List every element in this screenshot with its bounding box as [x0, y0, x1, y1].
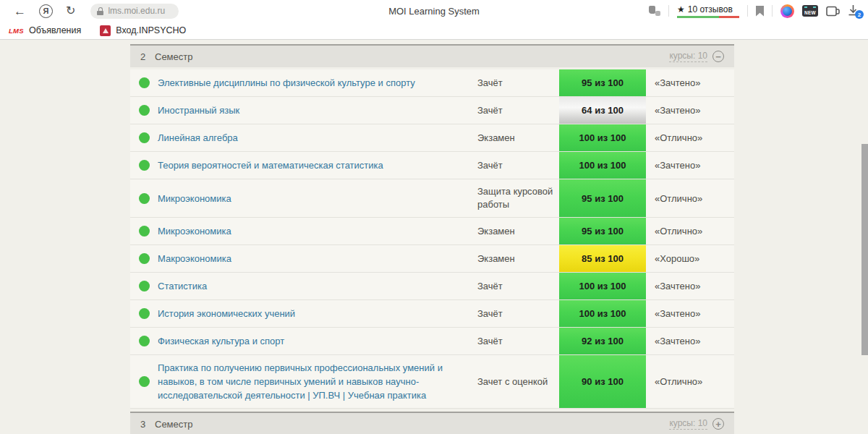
- score-cell: 92 из 100: [559, 328, 646, 354]
- score-cell: 100 из 100: [559, 152, 646, 179]
- course-row: Элективные дисциплины по физической куль…: [130, 69, 734, 97]
- reviews-widget[interactable]: ★ 10 отзывов: [677, 4, 739, 18]
- assessment-type: Зачет с оценкой: [477, 355, 559, 408]
- semester-label: Семестр: [155, 51, 192, 62]
- course-link[interactable]: История экономических учений: [158, 300, 477, 327]
- collapse-semester-button[interactable]: −: [712, 51, 724, 62]
- course-status-cell: [130, 124, 158, 151]
- course-link[interactable]: Микроэкономика: [158, 179, 477, 217]
- downloads-icon[interactable]: 2: [848, 4, 859, 17]
- course-link[interactable]: Статистика: [158, 273, 477, 299]
- refresh-icon[interactable]: ↻: [66, 5, 75, 17]
- grade-text: «Зачтено»: [646, 69, 734, 96]
- status-dot-icon: [139, 193, 150, 204]
- score-cell: 95 из 100: [559, 69, 646, 96]
- assessment-type: Экзамен: [477, 245, 559, 272]
- course-link[interactable]: Элективные дисциплины по физической куль…: [158, 69, 477, 96]
- divider: [772, 5, 773, 17]
- downloads-count-badge: 2: [855, 10, 864, 19]
- protect-icon[interactable]: [649, 6, 660, 16]
- tableau-icon[interactable]: [826, 5, 840, 17]
- semester-label: Семестр: [155, 419, 192, 430]
- bookmark-label: Объявления: [29, 25, 81, 35]
- course-link[interactable]: Иностранный язык: [158, 97, 477, 124]
- back-icon[interactable]: ←: [14, 5, 26, 17]
- assessment-type: Экзамен: [477, 218, 559, 244]
- bookmark-flag-icon[interactable]: [756, 6, 764, 17]
- reviews-label: 10 отзывов: [688, 4, 733, 14]
- status-dot-icon: [139, 336, 150, 346]
- divider: [747, 5, 748, 17]
- assessment-type: Зачёт: [477, 273, 559, 299]
- grades-table: 2 Семестр курсы: 10 − Элективные дисципл…: [130, 44, 734, 434]
- course-status-cell: [130, 218, 158, 244]
- score-cell: 95 из 100: [559, 179, 646, 217]
- yandex-logo-icon[interactable]: Я: [39, 4, 53, 18]
- page-content: 2 Семестр курсы: 10 − Элективные дисципл…: [0, 40, 868, 434]
- address-bar[interactable]: lms.moi.edu.ru: [90, 4, 179, 19]
- reviews-rating-bar: [677, 16, 739, 18]
- semester-3-header: 3 Семестр курсы: 10 +: [130, 412, 734, 434]
- status-dot-icon: [139, 253, 150, 264]
- status-dot-icon: [139, 160, 150, 171]
- score-cell: 64 из 100: [559, 97, 646, 124]
- assessment-type: Защита курсовой работы: [477, 179, 559, 217]
- course-row: Микроэкономика Защита курсовой работы 95…: [130, 179, 734, 218]
- status-dot-icon: [139, 376, 150, 387]
- course-status-cell: [130, 328, 158, 354]
- course-link[interactable]: Линейная алгебра: [158, 124, 477, 151]
- score-cell: 95 из 100: [559, 218, 646, 244]
- course-link[interactable]: Макроэкономика: [158, 245, 477, 272]
- score-cell: 85 из 100: [559, 245, 646, 272]
- assessment-type: Зачёт: [477, 152, 559, 179]
- courses-count-link[interactable]: курсы: 10: [669, 418, 707, 430]
- grade-text: «Отлично»: [646, 179, 734, 217]
- extension-orb-icon[interactable]: [780, 4, 794, 18]
- course-row: Микроэкономика Экзамен 95 из 100 «Отличн…: [130, 218, 734, 245]
- course-row: Статистика Зачёт 100 из 100 «Зачтено»: [130, 273, 734, 300]
- assessment-type: Экзамен: [477, 124, 559, 151]
- lms-favicon: LMS: [9, 27, 24, 35]
- course-status-cell: [130, 300, 158, 327]
- bookmark-inpsycho-login[interactable]: Вход.INPSYCHO: [100, 25, 186, 36]
- status-dot-icon: [139, 308, 150, 319]
- browser-toolbar: ← Я ↻ lms.moi.edu.ru MOI Learning System…: [0, 0, 868, 22]
- grade-text: «Зачтено»: [646, 152, 734, 179]
- assessment-type: Зачёт: [477, 328, 559, 354]
- grade-text: «Хорошо»: [646, 245, 734, 272]
- grade-text: «Отлично»: [646, 218, 734, 244]
- course-link[interactable]: Физическая культура и спорт: [158, 328, 477, 354]
- course-status-cell: [130, 179, 158, 217]
- semester-number: 3: [140, 419, 155, 430]
- bookmark-label: Вход.INPSYCHO: [116, 25, 186, 35]
- status-dot-icon: [139, 77, 150, 88]
- course-row: Физическая культура и спорт Зачёт 92 из …: [130, 328, 734, 355]
- lock-icon: [97, 7, 103, 15]
- course-status-cell: [130, 245, 158, 272]
- courses-count-link[interactable]: курсы: 10: [669, 51, 707, 62]
- grade-text: «Зачтено»: [646, 300, 734, 327]
- url-text: lms.moi.edu.ru: [108, 6, 165, 16]
- assessment-type: Зачёт: [477, 69, 559, 96]
- course-row: Практика по получению первичных професси…: [130, 355, 734, 409]
- score-cell: 100 из 100: [559, 124, 646, 151]
- bookmarks-bar: LMS Объявления Вход.INPSYCHO: [0, 22, 868, 40]
- course-link[interactable]: Теория вероятностей и математическая ста…: [158, 152, 477, 179]
- course-status-cell: [130, 152, 158, 179]
- course-link[interactable]: Микроэкономика: [158, 218, 477, 244]
- new-badge-label: NEW: [804, 11, 816, 16]
- grade-text: «Зачтено»: [646, 273, 734, 299]
- star-icon: ★: [677, 4, 685, 14]
- course-row: Иностранный язык Зачёт 64 из 100 «Зачтен…: [130, 97, 734, 124]
- status-dot-icon: [139, 105, 150, 116]
- status-dot-icon: [139, 132, 150, 143]
- semester-2-header: 2 Семестр курсы: 10 −: [130, 44, 734, 67]
- expand-semester-button[interactable]: +: [712, 418, 724, 430]
- new-feature-icon[interactable]: NEW: [802, 5, 818, 17]
- bookmark-announcements[interactable]: LMS Объявления: [9, 25, 81, 35]
- course-row: Теория вероятностей и математическая ста…: [130, 152, 734, 179]
- course-link[interactable]: Практика по получению первичных професси…: [158, 355, 477, 408]
- grade-text: «Отлично»: [646, 124, 734, 151]
- vertical-scrollbar-thumb[interactable]: [861, 144, 868, 355]
- course-status-cell: [130, 69, 158, 96]
